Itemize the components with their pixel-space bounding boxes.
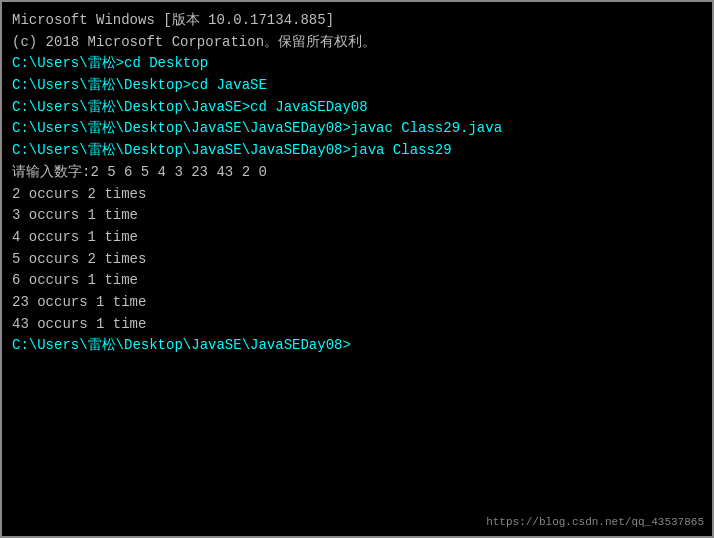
terminal-window: Microsoft Windows [版本 10.0.17134.885](c)… — [0, 0, 714, 538]
terminal-line: 43 occurs 1 time — [12, 314, 702, 336]
terminal-line: 4 occurs 1 time — [12, 227, 702, 249]
terminal-line: Microsoft Windows [版本 10.0.17134.885] — [12, 10, 702, 32]
terminal-line: C:\Users\雷松\Desktop>cd JavaSE — [12, 75, 702, 97]
terminal-line: C:\Users\雷松\Desktop\JavaSE>cd JavaSEDay0… — [12, 97, 702, 119]
terminal-line: 2 occurs 2 times — [12, 184, 702, 206]
terminal-line: (c) 2018 Microsoft Corporation。保留所有权利。 — [12, 32, 702, 54]
terminal-line: 6 occurs 1 time — [12, 270, 702, 292]
terminal-line: C:\Users\雷松>cd Desktop — [12, 53, 702, 75]
terminal-line: C:\Users\雷松\Desktop\JavaSE\JavaSEDay08>j… — [12, 140, 702, 162]
terminal-line: 23 occurs 1 time — [12, 292, 702, 314]
terminal-line: 3 occurs 1 time — [12, 205, 702, 227]
terminal-line: C:\Users\雷松\Desktop\JavaSE\JavaSEDay08>j… — [12, 118, 702, 140]
watermark: https://blog.csdn.net/qq_43537865 — [486, 516, 704, 528]
terminal-line: C:\Users\雷松\Desktop\JavaSE\JavaSEDay08> — [12, 335, 702, 357]
terminal-line: 请输入数字:2 5 6 5 4 3 23 43 2 0 — [12, 162, 702, 184]
terminal-line: 5 occurs 2 times — [12, 249, 702, 271]
terminal-content: Microsoft Windows [版本 10.0.17134.885](c)… — [12, 10, 702, 357]
